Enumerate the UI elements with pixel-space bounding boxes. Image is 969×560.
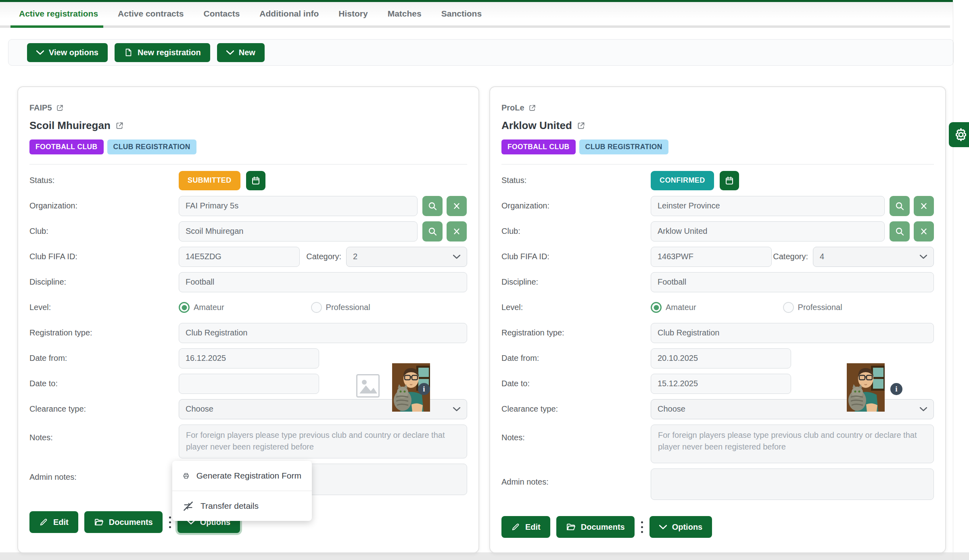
kebab-menu-icon[interactable] <box>641 521 643 533</box>
close-icon <box>919 227 928 236</box>
info-icon[interactable]: i <box>890 383 902 395</box>
chevron-down-icon <box>36 50 44 55</box>
date-from-field[interactable]: 20.10.2025 <box>651 348 791 368</box>
notes-row: Notes: For foreign players please type p… <box>501 422 934 466</box>
category-select[interactable]: 2 <box>346 247 467 267</box>
tab-additional-info[interactable]: Additional info <box>259 9 319 19</box>
search-icon <box>428 201 437 211</box>
tab-matches[interactable]: Matches <box>388 9 422 19</box>
date-to-field[interactable]: 15.12.2025 <box>651 374 791 394</box>
level-amateur-option[interactable]: Amateur <box>651 302 696 313</box>
club-field[interactable]: Scoil Mhuiregan <box>179 221 418 241</box>
documents-label: Documents <box>581 523 625 532</box>
date-from-label: Date from: <box>501 354 651 363</box>
level-professional-option[interactable]: Professional <box>783 302 842 313</box>
registration-type-value: Club Registration <box>186 328 247 337</box>
kebab-menu-icon[interactable] <box>169 516 171 528</box>
date-to-value: 15.12.2025 <box>658 379 698 388</box>
registration-card-scoil-mhuiregan: FAIP5 Scoil Mhuiregan FOOTBALL CLUB CLUB… <box>17 86 479 553</box>
printer-icon <box>183 470 190 481</box>
fifa-id-label: Club FIFA ID: <box>501 252 651 261</box>
club-row: Club: Arklow United <box>501 219 934 244</box>
level-amateur-option[interactable]: Amateur <box>179 302 224 313</box>
radio-unselected-icon[interactable] <box>783 302 794 313</box>
organization-clear-button[interactable] <box>447 196 467 216</box>
card-code-label: FAIP5 <box>29 103 52 112</box>
organization-search-button[interactable] <box>890 196 910 216</box>
organization-clear-button[interactable] <box>914 196 934 216</box>
fifa-id-row: Club FIFA ID: 1463PWF Category: 4 <box>501 244 934 269</box>
settings-gear-button[interactable] <box>949 122 969 147</box>
fifa-id-field[interactable]: 14E5ZDG <box>179 247 300 267</box>
registration-type-field[interactable]: Club Registration <box>651 323 934 343</box>
documents-button[interactable]: Documents <box>84 511 163 533</box>
radio-unselected-icon[interactable] <box>311 302 322 313</box>
tab-sanctions[interactable]: Sanctions <box>441 9 482 19</box>
registration-type-row: Registration type: Club Registration <box>501 320 934 346</box>
edit-button[interactable]: Edit <box>501 516 550 538</box>
right-panel-divider <box>953 2 953 560</box>
notes-textarea[interactable]: For foreign players please type previous… <box>179 425 467 458</box>
level-professional-option[interactable]: Professional <box>311 302 370 313</box>
date-from-field[interactable]: 16.12.2025 <box>179 348 319 368</box>
discipline-row: Discipline: Football <box>29 269 467 295</box>
tab-contacts[interactable]: Contacts <box>203 9 240 19</box>
card-code: ProLe <box>501 103 934 112</box>
documents-button[interactable]: Documents <box>556 516 635 538</box>
chevron-down-icon <box>453 255 460 259</box>
menu-item-transfer-details[interactable]: Transfer details <box>172 491 312 521</box>
organization-field[interactable]: Leinster Province <box>651 196 885 216</box>
clearance-type-select[interactable]: Choose <box>651 399 934 419</box>
club-clear-button[interactable] <box>447 221 467 241</box>
page-bottom-band <box>0 552 969 560</box>
badge-club-registration: CLUB REGISTRATION <box>107 139 196 154</box>
radio-selected-icon[interactable] <box>651 302 662 313</box>
view-options-button[interactable]: View options <box>27 43 108 62</box>
discipline-field[interactable]: Football <box>651 272 934 292</box>
club-search-button[interactable] <box>890 221 910 241</box>
external-link-icon[interactable] <box>577 121 585 130</box>
badge-club-registration: CLUB REGISTRATION <box>579 139 668 154</box>
discipline-label: Discipline: <box>29 277 179 287</box>
external-link-icon[interactable] <box>528 104 536 112</box>
club-clear-button[interactable] <box>914 221 934 241</box>
organization-field[interactable]: FAI Primary 5s <box>179 196 418 216</box>
edit-button[interactable]: Edit <box>29 511 78 533</box>
organization-search-button[interactable] <box>422 196 443 216</box>
chevron-down-icon <box>920 255 927 259</box>
menu-item-generate-registration-form[interactable]: Generate Registration Form <box>172 461 312 491</box>
search-icon <box>895 201 904 211</box>
discipline-value: Football <box>658 277 686 287</box>
level-row: Level: Amateur Professional <box>29 295 467 320</box>
options-button[interactable]: Options <box>649 516 712 538</box>
organization-label: Organization: <box>29 201 179 210</box>
calendar-icon <box>251 176 261 185</box>
chevron-down-icon <box>920 407 927 411</box>
tab-active-contracts[interactable]: Active contracts <box>118 9 184 19</box>
fifa-id-field[interactable]: 1463PWF <box>651 247 772 267</box>
status-history-button[interactable] <box>720 171 739 190</box>
category-select[interactable]: 4 <box>813 247 934 267</box>
new-registration-button[interactable]: New registration <box>115 43 210 62</box>
admin-notes-textarea[interactable] <box>651 468 934 500</box>
notes-textarea[interactable]: For foreign players please type previous… <box>651 425 934 463</box>
fifa-id-row: Club FIFA ID: 14E5ZDG Category: 2 <box>29 244 467 269</box>
tab-active-registrations[interactable]: Active registrations <box>19 9 98 19</box>
new-button[interactable]: New <box>217 43 265 62</box>
club-search-button[interactable] <box>422 221 443 241</box>
actions-toolbar: View options New registration New <box>8 39 954 66</box>
radio-selected-icon[interactable] <box>179 302 190 313</box>
info-icon[interactable]: i <box>418 383 430 395</box>
discipline-field[interactable]: Football <box>179 272 467 292</box>
amateur-label: Amateur <box>666 303 696 312</box>
registration-type-field[interactable]: Club Registration <box>179 323 467 343</box>
club-field[interactable]: Arklow United <box>651 221 885 241</box>
category-label: Category: <box>773 252 813 261</box>
tab-history[interactable]: History <box>338 9 368 19</box>
discipline-value: Football <box>186 277 214 287</box>
date-to-field[interactable] <box>179 374 319 394</box>
status-history-button[interactable] <box>246 171 265 190</box>
external-link-icon[interactable] <box>115 121 124 130</box>
avatar[interactable] <box>847 363 885 412</box>
external-link-icon[interactable] <box>56 104 64 112</box>
